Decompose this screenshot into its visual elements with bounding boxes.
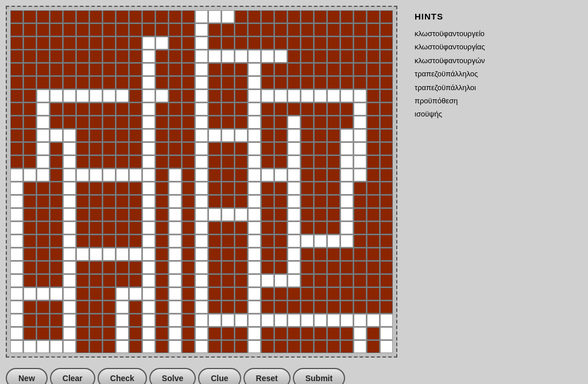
grid-cell[interactable] (116, 301, 129, 313)
grid-cell[interactable] (142, 274, 155, 287)
grid-cell[interactable] (10, 301, 23, 313)
grid-cell[interactable] (116, 314, 129, 327)
grid-cell[interactable] (63, 274, 76, 287)
grid-cell[interactable] (10, 327, 23, 340)
grid-cell[interactable] (327, 235, 340, 247)
grid-cell[interactable] (248, 63, 261, 76)
grid-cell[interactable] (327, 314, 340, 327)
grid-cell[interactable] (248, 129, 261, 142)
grid-cell[interactable] (195, 248, 208, 261)
grid-cell[interactable] (63, 235, 76, 247)
grid-cell[interactable] (195, 222, 208, 234)
grid-cell[interactable] (37, 103, 49, 115)
grid-cell[interactable] (288, 261, 300, 274)
grid-cell[interactable] (341, 182, 353, 195)
grid-cell[interactable] (10, 182, 23, 195)
grid-cell[interactable] (248, 235, 261, 247)
grid-cell[interactable] (367, 314, 380, 327)
grid-cell[interactable] (354, 314, 366, 327)
grid-cell[interactable] (63, 248, 76, 261)
grid-cell[interactable] (195, 195, 208, 208)
grid-cell[interactable] (142, 340, 155, 353)
grid-cell[interactable] (63, 195, 76, 208)
grid-cell[interactable] (274, 274, 287, 287)
grid-cell[interactable] (208, 314, 221, 327)
grid-cell[interactable] (63, 288, 76, 300)
grid-cell[interactable] (63, 261, 76, 274)
grid-cell[interactable] (142, 222, 155, 234)
grid-cell[interactable] (142, 208, 155, 221)
grid-cell[interactable] (222, 10, 234, 23)
grid-cell[interactable] (156, 90, 168, 102)
grid-cell[interactable] (301, 90, 314, 102)
grid-cell[interactable] (169, 301, 181, 313)
grid-cell[interactable] (288, 142, 300, 155)
grid-cell[interactable] (63, 156, 76, 168)
grid-cell[interactable] (195, 156, 208, 168)
grid-cell[interactable] (169, 261, 181, 274)
grid-cell[interactable] (341, 90, 353, 102)
grid-cell[interactable] (314, 314, 327, 327)
grid-cell[interactable] (116, 327, 129, 340)
grid-cell[interactable] (235, 314, 247, 327)
grid-cell[interactable] (10, 169, 23, 181)
grid-cell[interactable] (380, 340, 393, 353)
grid-cell[interactable] (195, 142, 208, 155)
grid-cell[interactable] (195, 116, 208, 129)
grid-cell[interactable] (195, 288, 208, 300)
grid-cell[interactable] (142, 288, 155, 300)
grid-cell[interactable] (248, 90, 261, 102)
grid-cell[interactable] (380, 314, 393, 327)
grid-cell[interactable] (142, 116, 155, 129)
grid-cell[interactable] (63, 222, 76, 234)
grid-cell[interactable] (341, 208, 353, 221)
grid-cell[interactable] (248, 327, 261, 340)
grid-cell[interactable] (248, 314, 261, 327)
grid-cell[interactable] (142, 248, 155, 261)
grid-cell[interactable] (248, 103, 261, 115)
grid-cell[interactable] (10, 274, 23, 287)
grid-cell[interactable] (248, 222, 261, 234)
grid-cell[interactable] (354, 103, 366, 115)
grid-cell[interactable] (341, 235, 353, 247)
grid-cell[interactable] (142, 169, 155, 181)
grid-cell[interactable] (10, 195, 23, 208)
grid-cell[interactable] (169, 195, 181, 208)
grid-cell[interactable] (288, 248, 300, 261)
grid-cell[interactable] (222, 50, 234, 63)
grid-cell[interactable] (37, 340, 49, 353)
grid-cell[interactable] (50, 288, 63, 300)
grid-cell[interactable] (248, 116, 261, 129)
grid-cell[interactable] (169, 222, 181, 234)
grid-cell[interactable] (129, 169, 142, 181)
grid-cell[interactable] (274, 90, 287, 102)
grid-cell[interactable] (103, 248, 115, 261)
grid-cell[interactable] (103, 90, 115, 102)
grid-cell[interactable] (261, 314, 274, 327)
clue-button[interactable]: Clue (198, 368, 241, 384)
grid-cell[interactable] (248, 208, 261, 221)
grid-cell[interactable] (274, 50, 287, 63)
grid-cell[interactable] (261, 90, 274, 102)
grid-cell[interactable] (116, 169, 129, 181)
grid-cell[interactable] (195, 208, 208, 221)
grid-cell[interactable] (288, 314, 300, 327)
grid-cell[interactable] (129, 248, 142, 261)
grid-cell[interactable] (195, 24, 208, 36)
grid-cell[interactable] (274, 169, 287, 181)
grid-cell[interactable] (195, 103, 208, 115)
grid-cell[interactable] (142, 314, 155, 327)
grid-cell[interactable] (288, 116, 300, 129)
grid-cell[interactable] (195, 235, 208, 247)
grid-cell[interactable] (341, 156, 353, 168)
grid-cell[interactable] (142, 129, 155, 142)
grid-cell[interactable] (50, 90, 63, 102)
grid-cell[interactable] (288, 90, 300, 102)
grid-cell[interactable] (208, 50, 221, 63)
grid-cell[interactable] (116, 340, 129, 353)
grid-cell[interactable] (142, 195, 155, 208)
grid-cell[interactable] (90, 248, 102, 261)
grid-cell[interactable] (10, 261, 23, 274)
grid-cell[interactable] (288, 195, 300, 208)
grid-cell[interactable] (288, 208, 300, 221)
